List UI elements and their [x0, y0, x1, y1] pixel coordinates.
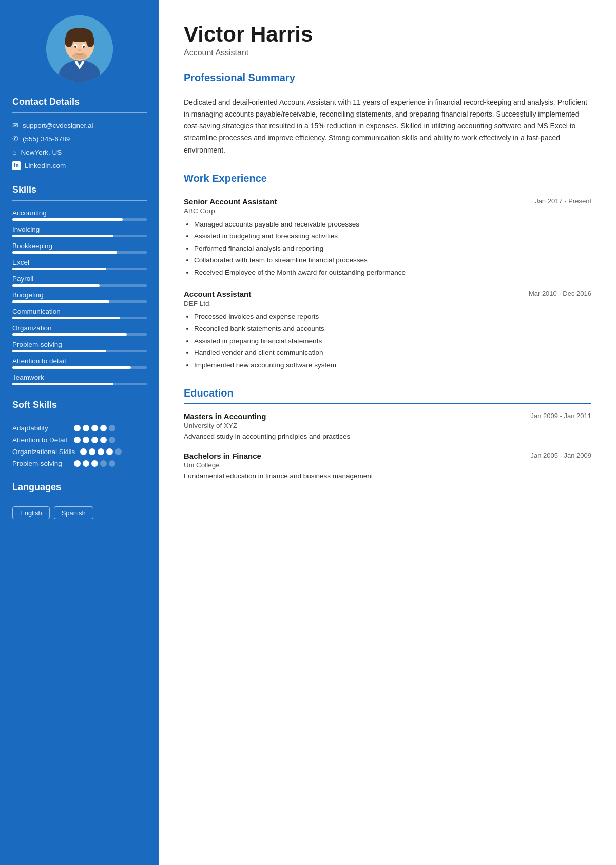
svg-point-10 [83, 46, 85, 48]
skill-bar-fill [12, 235, 113, 237]
contact-list: ✉ support@cvdesigner.ai ✆ (555) 345-6789… [12, 121, 147, 170]
job-bullet: Received Employee of the Month award for… [194, 267, 591, 278]
skill-bar-bg [12, 251, 147, 254]
dot [80, 448, 87, 455]
languages-divider [12, 498, 147, 498]
skill-bar-fill [12, 383, 113, 385]
dot [100, 425, 107, 431]
dot [91, 425, 98, 431]
skill-bar-fill [12, 366, 131, 369]
dot [100, 460, 107, 467]
svg-point-12 [72, 53, 87, 59]
job-bullet: Collaborated with team to streamline fin… [194, 255, 591, 266]
dot [83, 437, 89, 443]
language-tag: Spanish [54, 506, 93, 519]
dot [98, 448, 104, 455]
dot [74, 437, 81, 443]
svg-point-6 [86, 35, 94, 47]
job-company: DEF Ltd. [184, 299, 591, 307]
skill-item: Teamwork [12, 373, 147, 385]
language-tag: English [12, 506, 50, 519]
skill-bar-fill [12, 350, 106, 352]
phone-icon: ✆ [12, 135, 18, 143]
skill-bar-fill [12, 300, 109, 303]
dot [115, 448, 122, 455]
job-bullet: Implemented new accounting software syst… [194, 360, 591, 371]
dot [109, 425, 116, 431]
education-divider [184, 403, 591, 404]
job-bullet: Managed accounts payable and receivable … [194, 219, 591, 230]
email-icon: ✉ [12, 121, 18, 129]
soft-skill-label: Attention to Detail [12, 436, 69, 444]
soft-skill-label: Adaptability [12, 424, 69, 432]
job-bullet: Processed invoices and expense reports [194, 311, 591, 323]
skill-label: Teamwork [12, 373, 147, 381]
summary-section-title: Professional Summary [184, 72, 591, 84]
summary-divider [184, 88, 591, 88]
summary-text: Dedicated and detail-oriented Account As… [184, 97, 591, 156]
skills-section: Skills Accounting Invoicing Bookkeeping … [12, 184, 147, 385]
skill-label: Attention to detail [12, 357, 147, 365]
skills-list: Accounting Invoicing Bookkeeping Excel P… [12, 209, 147, 385]
contact-phone: ✆ (555) 345-6789 [12, 135, 147, 143]
job-block: Senior Account Assistant Jan 2017 - Pres… [184, 197, 591, 278]
dot [109, 460, 116, 467]
skill-label: Bookkeeping [12, 242, 147, 250]
job-bullet: Handled vendor and client communication [194, 347, 591, 359]
skill-label: Accounting [12, 209, 147, 217]
dot [74, 460, 81, 467]
skill-item: Budgeting [12, 291, 147, 303]
svg-point-5 [65, 35, 73, 47]
dots [80, 448, 122, 455]
dot [83, 460, 89, 467]
candidate-name: Victor Harris [184, 23, 591, 46]
soft-skill-label: Organizational Skills [12, 448, 75, 456]
dots [74, 460, 116, 467]
job-bullet: Assisted in preparing financial statemen… [194, 335, 591, 347]
job-header: Account Assistant Mar 2010 - Dec 2016 [184, 290, 591, 298]
skills-title: Skills [12, 184, 147, 195]
skill-label: Communication [12, 308, 147, 315]
soft-skills-divider [12, 416, 147, 416]
candidate-title: Account Assistant [184, 48, 591, 58]
dot [91, 437, 98, 443]
skill-bar-fill [12, 317, 120, 319]
linkedin-icon: in [12, 161, 21, 170]
contact-linkedin: in LinkedIn.com [12, 161, 147, 170]
job-bullets: Managed accounts payable and receivable … [184, 219, 591, 278]
skill-bar-bg [12, 268, 147, 270]
location-icon: ⌂ [12, 148, 16, 156]
dot [89, 448, 95, 455]
main-content: Victor Harris Account Assistant Professi… [159, 0, 616, 865]
soft-skills-list: AdaptabilityAttention to DetailOrganizat… [12, 424, 147, 467]
contact-section: Contact Details ✉ support@cvdesigner.ai … [12, 97, 147, 170]
edu-date: Jan 2009 - Jan 2011 [530, 412, 591, 420]
job-bullet: Reconciled bank statements and accounts [194, 323, 591, 334]
skill-label: Organization [12, 324, 147, 332]
skill-bar-fill [12, 333, 127, 336]
skill-bar-fill [12, 218, 123, 221]
work-section-title: Work Experience [184, 173, 591, 184]
skill-item: Organization [12, 324, 147, 336]
jobs-list: Senior Account Assistant Jan 2017 - Pres… [184, 197, 591, 371]
dot [91, 460, 98, 467]
soft-skills-title: Soft Skills [12, 400, 147, 410]
dot [106, 448, 113, 455]
dots [74, 437, 116, 443]
dot [83, 425, 89, 431]
skill-bar-fill [12, 268, 106, 270]
avatar [46, 15, 113, 82]
skill-item: Excel [12, 258, 147, 270]
job-bullet: Assisted in budgeting and forecasting ac… [194, 231, 591, 242]
job-bullet: Performed financial analysis and reporti… [194, 243, 591, 254]
sidebar: Contact Details ✉ support@cvdesigner.ai … [0, 0, 159, 865]
summary-section: Professional Summary Dedicated and detai… [184, 72, 591, 156]
skill-bar-bg [12, 350, 147, 352]
skill-item: Problem-solving [12, 341, 147, 352]
language-tags: EnglishSpanish [12, 506, 147, 519]
contact-email-text: support@cvdesigner.ai [23, 122, 93, 129]
job-bullets: Processed invoices and expense reportsRe… [184, 311, 591, 371]
skill-item: Invoicing [12, 225, 147, 237]
edu-date: Jan 2005 - Jan 2009 [530, 452, 591, 459]
skills-divider [12, 200, 147, 201]
